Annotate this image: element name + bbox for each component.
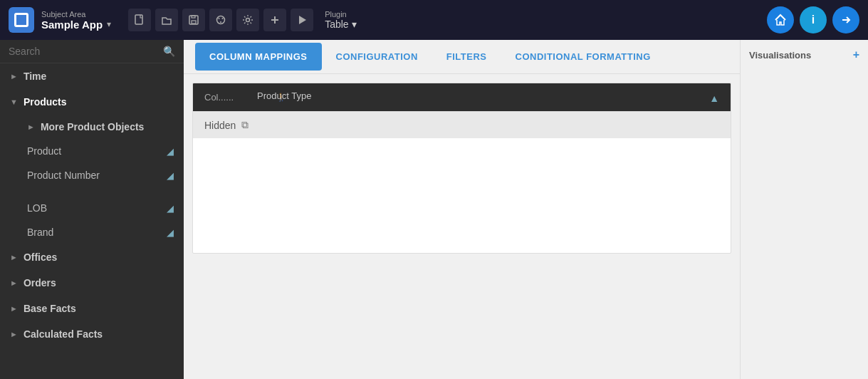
sidebar-item-lob-label: LOB [27,202,47,214]
sidebar-item-products-label: Products [23,96,67,108]
offices-arrow-icon: ► [10,253,18,261]
save-icon[interactable] [182,9,205,31]
tab-configuration[interactable]: CONFIGURATION [322,43,432,71]
plugin-dropdown-arrow: ▾ [352,19,357,30]
home-button[interactable] [767,6,794,33]
sidebar-item-products[interactable]: ▼ Products [0,89,184,115]
svg-point-8 [246,19,250,22]
tab-filters[interactable]: FILTERS [432,43,501,71]
sidebar-item-orders-label: Orders [23,277,56,289]
app-info: Subject Area Sample App ▾ [41,10,111,31]
mapping-header-row: Col...... Product Type 🚶 ▲ [193,83,731,111]
sidebar-item-more-product-objects-label: More Product Objects [41,121,144,133]
open-file-icon[interactable] [155,9,178,31]
info-button[interactable]: i [800,6,827,33]
svg-rect-3 [192,16,195,18]
products-arrow-icon: ▼ [10,98,18,106]
mapping-filter-icon[interactable]: ▲ [709,93,719,104]
svg-rect-0 [135,15,142,24]
sidebar-item-orders[interactable]: ► Orders [0,270,184,296]
mapping-product-type-label: Product Type [257,90,311,101]
lob-filter-icon[interactable]: ◢ [167,203,174,214]
app-name-row: Sample App ▾ [41,19,111,31]
sidebar-item-calculated-facts-label: Calculated Facts [23,328,103,340]
sidebar-item-product-number-label: Product Number [27,170,100,181]
toolbar-icons [128,9,313,31]
sidebar-item-brand[interactable]: Brand ◢ [0,220,184,244]
play-icon[interactable] [291,9,313,31]
sidebar-item-lob[interactable]: LOB ◢ [0,196,184,220]
product-filter-icon[interactable]: ◢ [167,146,174,157]
visualisations-header: Visualisations + [749,48,859,61]
sidebar-item-time-label: Time [23,71,46,82]
svg-point-6 [222,18,224,19]
content-area: COLUMN MAPPINGS CONFIGURATION FILTERS CO… [184,40,740,379]
search-icon[interactable]: 🔍 [163,46,175,57]
sidebar-item-offices[interactable]: ► Offices [0,244,184,270]
hidden-label: Hidden [204,120,236,131]
svg-marker-9 [299,16,306,24]
svg-point-5 [219,18,220,19]
mapping-hidden-row: Hidden ⧉ [193,111,731,138]
sidebar-item-product[interactable]: Product ◢ [0,139,184,163]
settings-icon[interactable] [236,9,259,31]
tab-conditional-formatting[interactable]: CONDITIONAL FORMATTING [501,43,665,71]
sidebar-item-product-number[interactable]: Product Number ◢ [0,163,184,187]
search-input[interactable] [9,46,163,57]
sidebar: 🔍 ► Time ▼ Products ► More Product Objec… [0,40,184,379]
right-panel: Visualisations + [740,40,868,379]
brand-filter-icon[interactable]: ◢ [167,227,174,238]
orders-arrow-icon: ► [10,279,18,287]
copy-icon[interactable]: ⧉ [241,119,249,131]
base-facts-arrow-icon: ► [10,304,18,313]
top-right-buttons: i [767,6,859,33]
plugin-select[interactable]: Table ▾ [325,19,356,30]
plugin-info: Plugin Table ▾ [325,10,356,30]
add-icon[interactable] [263,9,286,31]
app-logo [9,7,34,33]
info-icon: i [812,14,815,26]
tab-column-mappings[interactable]: COLUMN MAPPINGS [195,43,322,71]
search-bar: 🔍 [0,40,184,63]
sidebar-item-base-facts-label: Base Facts [23,303,76,314]
subject-area-label: Subject Area [41,10,111,19]
column-mappings-area: Col...... Product Type 🚶 ▲ Hidden ⧉ [184,74,740,379]
product-number-filter-icon[interactable]: ◢ [167,170,174,181]
mapping-col-label: Col...... [204,92,234,103]
plugin-name: Table [325,19,348,30]
time-arrow-icon: ► [10,72,18,81]
main-layout: 🔍 ► Time ▼ Products ► More Product Objec… [0,40,868,379]
sidebar-item-offices-label: Offices [23,251,57,263]
plugin-section: Plugin Table ▾ [325,10,356,30]
share-button[interactable] [832,6,859,33]
svg-point-7 [220,21,221,23]
mapping-table: Col...... Product Type 🚶 ▲ Hidden ⧉ [192,83,731,254]
tabs-bar: COLUMN MAPPINGS CONFIGURATION FILTERS CO… [184,40,740,74]
palette-icon[interactable] [209,9,232,31]
svg-rect-2 [192,21,196,24]
sidebar-item-product-label: Product [27,145,61,157]
visualisations-label: Visualisations [749,50,811,61]
sidebar-item-calculated-facts[interactable]: ► Calculated Facts [0,321,184,347]
sidebar-item-base-facts[interactable]: ► Base Facts [0,296,184,321]
sidebar-item-more-product-objects[interactable]: ► More Product Objects [0,115,184,139]
new-file-icon[interactable] [128,9,151,31]
plugin-label: Plugin [325,10,356,19]
more-products-arrow-icon: ► [27,123,35,131]
top-bar: Subject Area Sample App ▾ Plugin [0,0,868,40]
app-name: Sample App [41,19,103,31]
visualisations-add-icon[interactable]: + [853,48,859,61]
app-dropdown-arrow[interactable]: ▾ [107,19,111,29]
sidebar-item-time[interactable]: ► Time [0,63,184,89]
calculated-facts-arrow-icon: ► [10,330,18,338]
app-logo-inner [14,13,28,27]
svg-rect-1 [189,16,198,24]
sidebar-item-brand-label: Brand [27,227,53,238]
